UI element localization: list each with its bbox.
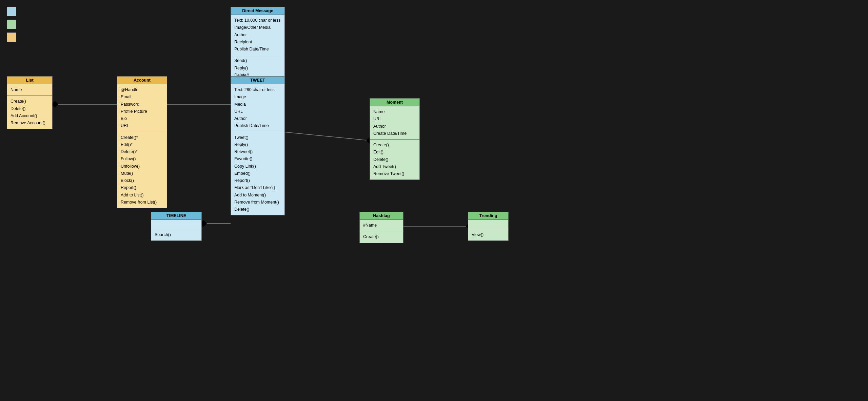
acc-method-5: Unfollow() <box>121 163 163 170</box>
list-methods: Create() Delete() Add Account() Remove A… <box>7 96 52 129</box>
timeline-attributes <box>151 220 201 229</box>
tweet-methods: Tweet() Reply() Retweet() Favorite() Cop… <box>231 132 284 215</box>
trending-attributes <box>468 220 508 229</box>
moment-method-3: Delete() <box>373 156 416 163</box>
dm-method-1: Send() <box>234 57 281 64</box>
tweet-method-1: Tweet() <box>234 134 281 141</box>
diamond-list-account <box>52 101 58 108</box>
tweet-method-8: Mark as "Don't Like"() <box>234 184 281 191</box>
tweet-method-2: Reply() <box>234 141 281 148</box>
dm-attr-4: Recipient <box>234 39 281 46</box>
legend-blue <box>7 7 16 16</box>
trending-methods: View() <box>468 229 508 240</box>
account-methods: Create()* Edit()* Delete()* Follow() Unf… <box>117 132 167 208</box>
moment-attr-3: Author <box>373 123 416 130</box>
tweet-method-7: Report() <box>234 177 281 184</box>
acc-method-8: Report() <box>121 184 163 191</box>
tweet-attr-3: Media <box>234 101 281 108</box>
tweet-method-9: Add to Moment() <box>234 192 281 199</box>
hashtag-method-1: Create() <box>363 233 400 240</box>
moment-attributes: Name URL Author Create Date/Time <box>370 106 419 140</box>
moment-attr-1: Name <box>373 108 416 115</box>
tweet-method-5: Copy Link() <box>234 163 281 170</box>
acc-attr-6: URL <box>121 122 163 129</box>
legend <box>7 7 16 42</box>
tweet-method-6: Embed() <box>234 170 281 177</box>
direct-message-box: Direct Message Text: 10,000 char or less… <box>231 7 285 81</box>
acc-attr-1: @Handle <box>121 86 163 93</box>
tweet-attributes: Text: 280 char or less Image Media URL A… <box>231 84 284 132</box>
dm-attr-2: Image/Other Media <box>234 24 281 31</box>
acc-attr-4: Profile Picture <box>121 108 163 115</box>
tweet-method-11: Delete() <box>234 206 281 213</box>
acc-method-2: Edit()* <box>121 141 163 148</box>
tweet-attr-2: Image <box>234 93 281 101</box>
svg-line-2 <box>285 132 370 141</box>
acc-method-4: Follow() <box>121 155 163 163</box>
acc-attr-2: Email <box>121 93 163 101</box>
moment-method-4: Add Tweet() <box>373 163 416 170</box>
hashtag-methods: Create() <box>360 231 403 242</box>
tweet-attr-1: Text: 280 char or less <box>234 86 281 93</box>
hashtag-box: Hashtag #Name Create() <box>359 212 403 243</box>
list-title: List <box>7 77 52 84</box>
list-method-2: Delete() <box>11 105 49 112</box>
timeline-methods: Search() <box>151 229 201 240</box>
moment-box: Moment Name URL Author Create Date/Time … <box>370 98 420 180</box>
moment-attr-4: Create Date/Time <box>373 130 416 137</box>
dm-attr-3: Author <box>234 31 281 39</box>
trending-box: Trending View() <box>468 212 509 241</box>
moment-methods: Create() Edit() Delete() Add Tweet() Rem… <box>370 140 419 180</box>
hashtag-attr-1: #Name <box>363 222 400 229</box>
account-box: Account @Handle Email Password Profile P… <box>117 76 167 208</box>
tweet-attr-5: Author <box>234 115 281 122</box>
moment-method-1: Create() <box>373 142 416 149</box>
acc-method-6: Mute() <box>121 170 163 177</box>
tweet-attr-4: URL <box>234 108 281 115</box>
moment-title: Moment <box>370 99 419 106</box>
moment-method-2: Edit() <box>373 149 416 156</box>
list-attributes: Name <box>7 84 52 96</box>
list-method-4: Remove Account() <box>11 120 49 127</box>
acc-method-10: Remove from List() <box>121 199 163 206</box>
acc-attr-5: Bio <box>121 115 163 122</box>
acc-method-9: Add to List() <box>121 192 163 199</box>
tweet-title: TWEET <box>231 77 284 84</box>
acc-method-7: Block() <box>121 177 163 184</box>
moment-method-5: Remove Tweet() <box>373 170 416 177</box>
tweet-method-10: Remove from Moment() <box>234 199 281 206</box>
hashtag-attributes: #Name <box>360 220 403 231</box>
timeline-title: TIMELINE <box>151 212 201 220</box>
tweet-method-3: Retweet() <box>234 148 281 155</box>
list-attr-1: Name <box>11 86 49 93</box>
trending-method-1: View() <box>472 231 505 238</box>
moment-attr-2: URL <box>373 115 416 123</box>
acc-method-3: Delete()* <box>121 148 163 155</box>
tweet-attr-6: Publish Date/Time <box>234 122 281 129</box>
trending-title: Trending <box>468 212 508 220</box>
dm-method-2: Reply() <box>234 65 281 72</box>
list-method-3: Add Account() <box>11 112 49 120</box>
legend-orange <box>7 33 16 42</box>
list-box: List Name Create() Delete() Add Account(… <box>7 76 53 129</box>
account-attributes: @Handle Email Password Profile Picture B… <box>117 84 167 132</box>
acc-attr-3: Password <box>121 101 163 108</box>
direct-message-title: Direct Message <box>231 7 284 15</box>
timeline-box: TIMELINE Search() <box>151 212 202 241</box>
dm-attr-5: Publish Date/Time <box>234 46 281 53</box>
legend-green <box>7 20 16 29</box>
dm-attr-1: Text: 10,000 char or less <box>234 17 281 24</box>
timeline-method-1: Search() <box>155 231 198 238</box>
hashtag-title: Hashtag <box>360 212 403 220</box>
account-title: Account <box>117 77 167 84</box>
list-method-1: Create() <box>11 98 49 105</box>
direct-message-attributes: Text: 10,000 char or less Image/Other Me… <box>231 15 284 55</box>
acc-method-1: Create()* <box>121 134 163 141</box>
tweet-method-4: Favorite() <box>234 155 281 163</box>
tweet-box: TWEET Text: 280 char or less Image Media… <box>231 76 285 215</box>
